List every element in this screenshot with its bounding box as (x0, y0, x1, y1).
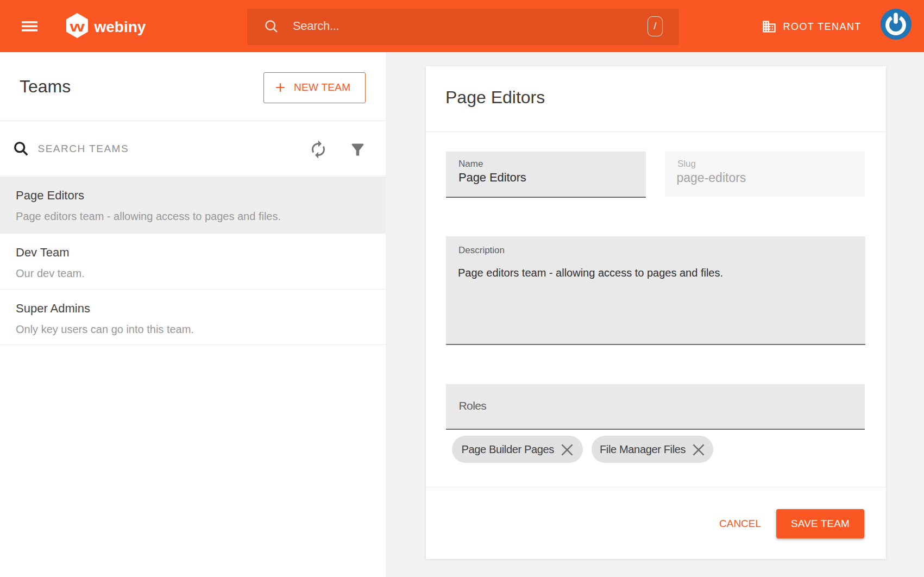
svg-text:w: w (69, 18, 85, 34)
